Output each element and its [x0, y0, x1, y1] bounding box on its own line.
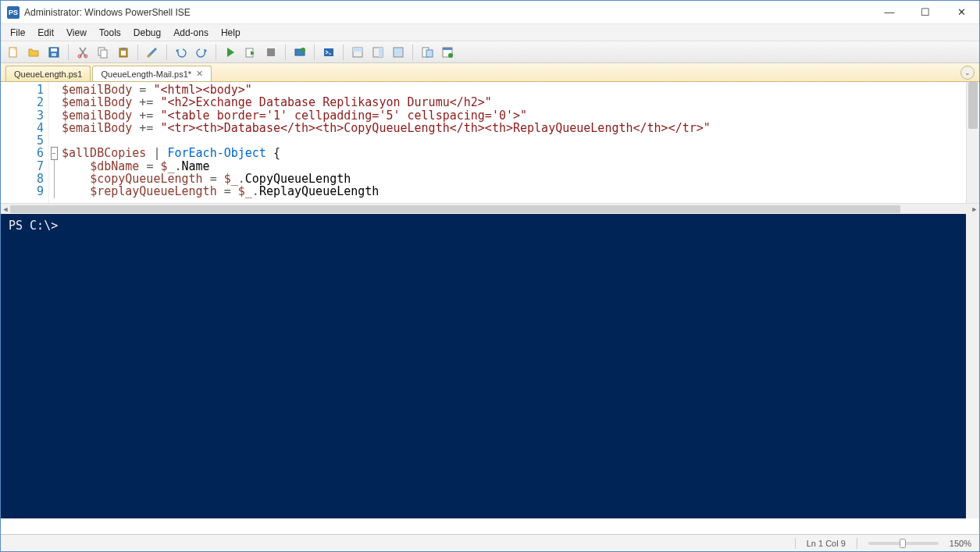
cut-button[interactable]: [73, 43, 92, 62]
script-pane-expand-button[interactable]: ⌄: [960, 66, 975, 80]
console-prompt: PS C:\>: [9, 219, 58, 233]
svg-point-25: [448, 53, 453, 58]
gap: [1, 518, 979, 534]
scroll-left-arrow[interactable]: ◄: [1, 204, 10, 215]
show-command-window-button[interactable]: [438, 43, 457, 62]
open-button[interactable]: [24, 43, 43, 62]
menu-view[interactable]: View: [60, 26, 93, 40]
console-pane[interactable]: PS C:\>: [1, 214, 979, 518]
run-selection-button[interactable]: [241, 43, 260, 62]
svg-rect-12: [267, 48, 275, 56]
redo-button[interactable]: [192, 43, 211, 62]
status-divider: [795, 538, 796, 549]
code-line[interactable]: $emailBody += "<tr><th>Database</th><th>…: [62, 122, 963, 134]
copy-button[interactable]: [94, 43, 112, 62]
toolbar-separator: [285, 45, 286, 60]
save-button[interactable]: [45, 43, 63, 62]
svg-point-14: [301, 48, 305, 52]
code-line[interactable]: $emailBody += "<table border='1' cellpad…: [62, 109, 963, 122]
line-number: 3: [1, 109, 44, 122]
script-editor[interactable]: 123456789 − $emailBody = "<html><body>"$…: [1, 82, 979, 203]
menu-debug[interactable]: Debug: [127, 26, 167, 40]
toolbar: [1, 41, 979, 63]
tab-label: QueueLength.ps1: [14, 69, 82, 79]
svg-rect-10: [121, 51, 126, 55]
close-button[interactable]: ✕: [943, 1, 979, 24]
line-number: 7: [1, 160, 44, 173]
toolbar-separator: [314, 45, 315, 60]
scrollbar-thumb[interactable]: [10, 205, 900, 213]
show-command-addon-button[interactable]: [418, 43, 437, 62]
line-number: 4: [1, 122, 44, 134]
code-line[interactable]: $replayQueueLength = $_.ReplayQueueLengt…: [62, 185, 963, 198]
line-number: 2: [1, 96, 44, 109]
toolbar-separator: [343, 45, 344, 60]
svg-rect-9: [121, 48, 126, 50]
line-number: 9: [1, 185, 44, 198]
editor-vertical-scrollbar[interactable]: [966, 82, 979, 203]
svg-rect-17: [353, 48, 362, 52]
menu-file[interactable]: File: [4, 26, 31, 40]
svg-rect-19: [379, 48, 383, 57]
window-controls: — ☐ ✕: [871, 1, 979, 24]
line-number: 6: [1, 147, 44, 159]
tab-label: QueueLength-Mail.ps1*: [101, 69, 191, 79]
powershell-tab-button[interactable]: [319, 43, 338, 62]
paste-button[interactable]: [114, 43, 133, 62]
cursor-position: Ln 1 Col 9: [807, 539, 846, 548]
toolbar-separator: [412, 45, 413, 60]
toolbar-separator: [216, 45, 216, 60]
menu-tools[interactable]: Tools: [93, 26, 127, 40]
zoom-slider-thumb[interactable]: [900, 539, 906, 548]
new-remote-button[interactable]: [290, 43, 309, 62]
code-line[interactable]: $allDBCopies | ForEach-Object {: [62, 147, 963, 159]
scrollbar-thumb[interactable]: [968, 82, 978, 129]
statusbar: Ln 1 Col 9 150%: [1, 534, 979, 551]
window-title: Administrator: Windows PowerShell ISE: [24, 7, 191, 18]
toolbar-separator: [68, 45, 69, 60]
clear-button[interactable]: [143, 43, 162, 62]
svg-rect-22: [426, 50, 433, 57]
tab-queuelength-mail[interactable]: QueueLength-Mail.ps1* ✕: [92, 66, 212, 81]
console-vertical-scrollbar[interactable]: [966, 214, 979, 518]
fold-column: −: [49, 82, 59, 203]
line-number: 1: [1, 84, 44, 96]
show-script-pane-right-button[interactable]: [369, 43, 387, 62]
svg-rect-3: [52, 53, 56, 56]
undo-button[interactable]: [172, 43, 191, 62]
zoom-slider[interactable]: [868, 542, 939, 545]
app-icon: PS: [7, 6, 20, 19]
fold-guide: [54, 160, 55, 173]
show-script-pane-max-button[interactable]: [389, 43, 408, 62]
status-divider: [857, 538, 857, 549]
menu-edit[interactable]: Edit: [31, 26, 60, 40]
code-area[interactable]: $emailBody = "<html><body>"$emailBody +=…: [59, 82, 966, 203]
code-line[interactable]: $emailBody += "<h2>Exchange Database Rep…: [62, 96, 963, 109]
scroll-right-arrow[interactable]: ►: [970, 204, 979, 215]
code-line[interactable]: $emailBody = "<html><body>": [62, 84, 963, 96]
toolbar-separator: [137, 45, 138, 60]
fold-toggle-icon[interactable]: −: [51, 147, 58, 159]
svg-rect-20: [394, 48, 403, 57]
fold-guide: [54, 185, 55, 198]
tab-close-icon[interactable]: ✕: [196, 69, 203, 79]
menu-help[interactable]: Help: [215, 26, 247, 40]
code-line[interactable]: [62, 134, 963, 147]
tab-queuelength[interactable]: QueueLength.ps1: [5, 66, 91, 81]
stop-button[interactable]: [262, 43, 280, 62]
code-line[interactable]: $dbName = $_.Name: [62, 160, 963, 173]
line-number-gutter: 123456789: [1, 82, 49, 203]
code-line[interactable]: $copyQueueLength = $_.CopyQueueLength: [62, 173, 963, 185]
menubar: File Edit View Tools Debug Add-ons Help: [1, 24, 979, 41]
editor-horizontal-scrollbar[interactable]: ◄ ►: [1, 203, 979, 214]
titlebar: PS Administrator: Windows PowerShell ISE…: [1, 1, 979, 24]
menu-addons[interactable]: Add-ons: [167, 26, 215, 40]
svg-rect-7: [101, 50, 107, 58]
fold-guide: [54, 173, 55, 185]
line-number: 5: [1, 134, 44, 147]
show-script-pane-top-button[interactable]: [348, 43, 367, 62]
maximize-button[interactable]: ☐: [907, 1, 943, 24]
run-button[interactable]: [221, 43, 240, 62]
new-button[interactable]: [4, 43, 23, 62]
minimize-button[interactable]: —: [871, 1, 907, 24]
